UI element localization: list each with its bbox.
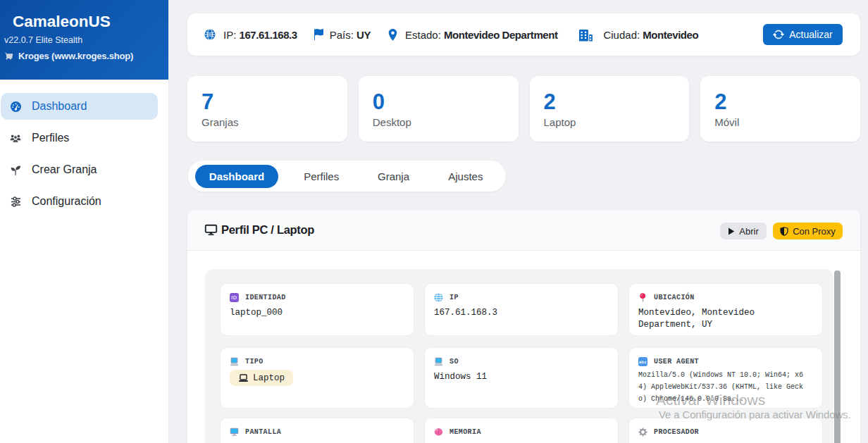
svg-text:ID: ID [231, 294, 237, 301]
svg-text:abc: abc [639, 360, 647, 364]
